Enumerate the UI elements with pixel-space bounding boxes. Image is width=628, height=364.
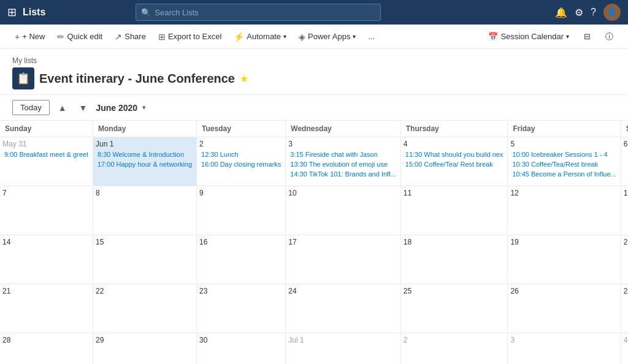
calendar-event[interactable]: 11:30 What should you build nex [404, 150, 505, 159]
calendar-day-header: Sunday [0, 121, 93, 137]
calendar-event[interactable]: 3:15 Fireside chat with Jason [288, 150, 397, 159]
day-number: 9 [199, 189, 283, 197]
calendar-day-cell: 30 [197, 333, 286, 365]
calendar-day-cell: 10 [286, 186, 400, 235]
calendar-event[interactable]: 17:00 Happy hour & networking [96, 160, 194, 169]
calendar-day-cell: 19 [508, 235, 621, 284]
calendar-day-cell: 24 [286, 284, 400, 333]
calendar-day-cell: 3 [508, 333, 621, 365]
calendar-day-cell: 22 [93, 284, 196, 333]
calendar-event[interactable]: 10:30 Coffee/Tea/Rest break [510, 160, 618, 169]
calendar-body: May 319:00 Breakfast meet & greetJun 18:… [0, 137, 628, 365]
calendar-day-cell: 23 [197, 284, 286, 333]
today-button[interactable]: Today [12, 100, 50, 115]
power-apps-button[interactable]: ◈ Power Apps ▾ [294, 29, 361, 44]
day-number: 29 [96, 336, 194, 344]
power-apps-chevron-icon: ▾ [353, 33, 356, 40]
calendar-event[interactable]: 9:00 Breakfast meet & greet [2, 150, 90, 159]
day-number: Jul 1 [288, 336, 397, 344]
calendar-day-cell: 212:30 Lunch16:00 Day closing remarks [197, 137, 286, 186]
top-bar-icons: 🔔 ⚙ ? 👤 [555, 4, 621, 21]
calendar-day-cell: 26 [508, 284, 621, 333]
search-input[interactable] [155, 8, 375, 17]
day-number: 21 [2, 287, 90, 295]
list-icon: 📋 [12, 67, 34, 89]
page-title-row: 📋 Event itinerary - June Conference ★ [12, 67, 616, 89]
day-number: 15 [96, 238, 194, 246]
notification-icon[interactable]: 🔔 [555, 7, 567, 18]
automate-chevron-icon: ▾ [283, 33, 286, 40]
day-number: 4 [404, 140, 505, 148]
calendar-event[interactable]: 12:30 Lunch [199, 150, 283, 159]
calendar-day-cell: 7 [0, 186, 93, 235]
calendar-event[interactable]: 14:30 TikTok 101: Brands and Infl... [288, 170, 397, 178]
calendar-event[interactable]: 13:30 The evolution of emoji use [288, 160, 397, 169]
calendar-day-cell: 411:30 What should you build nex15:00 Co… [400, 137, 508, 186]
day-number: 5 [510, 140, 618, 148]
calendar-event[interactable]: 8:30 Welcome & Introduction [96, 150, 194, 159]
calendar-day-header: Wednesday [286, 121, 400, 137]
calendar-day-cell: 17 [286, 235, 400, 284]
calendar-day-cell: May 319:00 Breakfast meet & greet [0, 137, 93, 186]
automate-button[interactable]: ⚡ Automate ▾ [229, 29, 291, 44]
day-number: 10 [288, 189, 397, 197]
day-number: 19 [510, 238, 618, 246]
share-icon: ↗ [115, 32, 122, 42]
favorite-star-icon[interactable]: ★ [240, 73, 248, 85]
calendar-day-header: Monday [93, 121, 196, 137]
quick-edit-button[interactable]: ✏ Quick edit [52, 29, 107, 44]
settings-icon[interactable]: ⚙ [575, 7, 583, 18]
prev-month-button[interactable]: ▲ [55, 100, 71, 115]
calendar-day-header: Friday [508, 121, 621, 137]
day-number: 20 [624, 238, 628, 246]
avatar[interactable]: 👤 [603, 4, 621, 21]
month-chevron-icon[interactable]: ▾ [142, 104, 146, 112]
calendar-week-row: 21222324252627 [0, 284, 628, 333]
calendar-day-cell: 6 [621, 137, 628, 186]
calendar-day-cell: 28 [0, 333, 93, 365]
day-number: 14 [2, 238, 90, 246]
calendar-event[interactable]: 10:00 Icebreaker Sessions 1 - 4 [510, 150, 618, 159]
filter-icon: ⊟ [584, 32, 591, 41]
day-number: May 31 [2, 140, 90, 148]
share-button[interactable]: ↗ Share [110, 29, 151, 44]
calendar-event[interactable]: 16:00 Day closing remarks [199, 160, 283, 169]
more-button[interactable]: ... [363, 29, 380, 44]
calendar-day-cell: 4 [621, 333, 628, 365]
calendar-day-cell: 27 [621, 284, 628, 333]
day-number: 12 [510, 189, 618, 197]
app-title: Lists [23, 7, 45, 18]
session-calendar-button[interactable]: 📅 Session Calendar ▾ [483, 29, 574, 44]
calendar-week-row: 78910111213 [0, 186, 628, 235]
power-apps-icon: ◈ [299, 32, 305, 42]
day-number: 18 [404, 238, 505, 246]
calendar-day-cell: 15 [93, 235, 196, 284]
edit-icon: ✏ [57, 32, 64, 42]
day-number: 23 [199, 287, 283, 295]
calendar-header-row: SundayMondayTuesdayWednesdayThursdayFrid… [0, 121, 628, 137]
day-number: 26 [510, 287, 618, 295]
calendar-event[interactable]: 15:00 Coffee/Tea/ Rest break [404, 160, 505, 169]
app-grid-icon[interactable]: ⊞ [7, 6, 17, 19]
filter-button[interactable]: ⊟ [579, 29, 595, 44]
info-icon: ⓘ [605, 31, 613, 42]
next-month-button[interactable]: ▼ [75, 100, 91, 115]
calendar-day-cell: 510:00 Icebreaker Sessions 1 - 410:30 Co… [508, 137, 621, 186]
day-number: 11 [404, 189, 505, 197]
calendar-day-cell: 20 [621, 235, 628, 284]
export-button[interactable]: ⊞ Export to Excel [153, 29, 226, 44]
new-icon: + [15, 32, 20, 42]
calendar-day-cell: Jun 18:30 Welcome & Introduction17:00 Ha… [93, 137, 196, 186]
calendar-day-cell: 13 [621, 186, 628, 235]
calendar-icon: 📅 [488, 32, 498, 41]
calendar-day-cell: 25 [400, 284, 508, 333]
current-month-label[interactable]: June 2020 [96, 103, 137, 113]
day-number: 7 [2, 189, 90, 197]
calendar-day-cell: 12 [508, 186, 621, 235]
info-button[interactable]: ⓘ [600, 29, 618, 45]
calendar-event[interactable]: 10:45 Become a Person of Influe... [510, 170, 618, 178]
automate-icon: ⚡ [234, 32, 244, 42]
day-number: 30 [199, 336, 283, 344]
help-icon[interactable]: ? [591, 7, 596, 18]
new-button[interactable]: + + New [10, 29, 50, 44]
